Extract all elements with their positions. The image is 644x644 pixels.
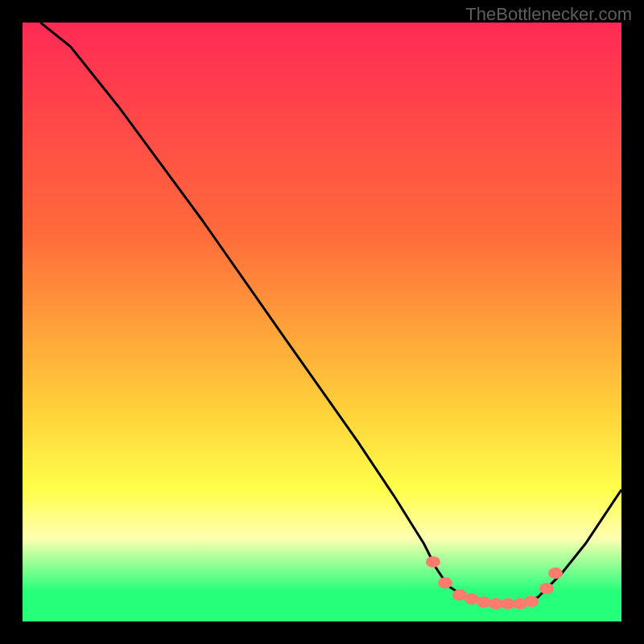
data-dot	[548, 568, 563, 579]
data-dot	[539, 583, 554, 594]
data-dots-layer	[23, 23, 621, 621]
chart-container: TheBottlenecker.com	[0, 0, 644, 644]
data-dot	[524, 596, 539, 607]
data-dot	[438, 577, 452, 588]
data-dot	[426, 556, 440, 568]
watermark-text: TheBottlenecker.com	[465, 4, 632, 25]
plot-area	[23, 23, 621, 621]
